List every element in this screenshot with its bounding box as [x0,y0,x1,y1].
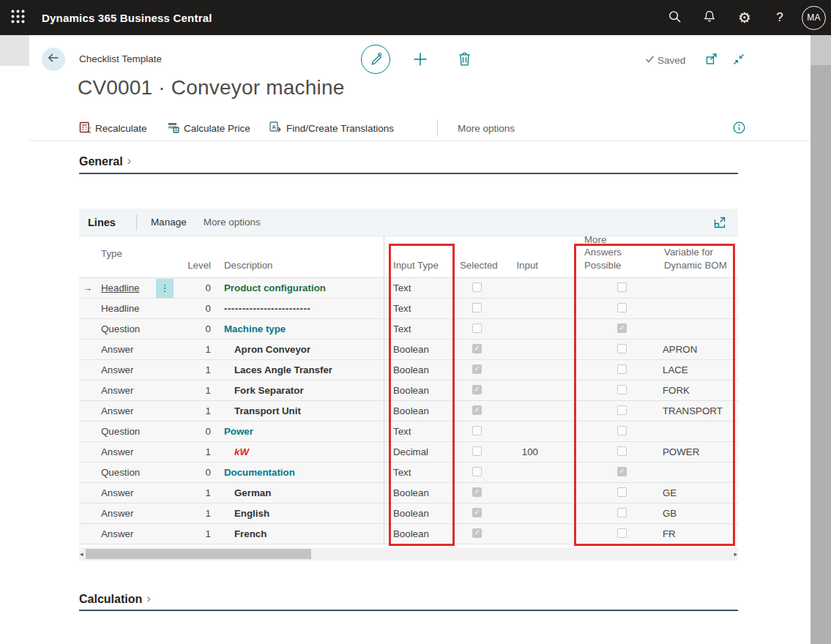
column-header-selected[interactable]: Selected [455,259,510,272]
cell-variable-bom[interactable]: FORK [649,385,738,396]
table-row[interactable]: Question0DocumentationText [79,463,738,483]
type-link[interactable]: Answer [101,508,133,519]
recalculate-action[interactable]: Recalculate [79,121,147,135]
more-answers-checkbox[interactable] [617,508,627,517]
selected-checkbox[interactable] [472,508,482,517]
cell-description[interactable]: Apron Conveyor [212,344,389,355]
cell-description[interactable]: Product configuration [212,282,389,293]
focus-mode-button[interactable] [713,216,726,232]
cell-variable-bom[interactable]: TRANSPORT [649,405,738,416]
table-row[interactable]: Answer1GermanBooleanGE [79,483,738,503]
back-button[interactable] [42,48,65,71]
type-link[interactable]: Answer [101,385,133,396]
cell-level[interactable]: 1 [176,508,212,519]
type-link[interactable]: Answer [101,364,133,375]
vertical-scrollbar[interactable] [810,35,831,644]
cell-input-type[interactable]: Boolean [389,528,455,539]
cell-description[interactable]: ------------------------ [212,303,389,314]
cell-description[interactable]: kW [212,446,389,457]
cell-level[interactable]: 1 [176,364,212,375]
cell-description[interactable]: Documentation [212,467,389,478]
cell-level[interactable]: 1 [176,528,212,539]
table-row[interactable]: Answer1Apron ConveyorBooleanAPRON [79,340,738,360]
cell-level[interactable]: 0 [176,303,212,314]
more-answers-checkbox[interactable] [617,344,627,353]
cell-type[interactable]: Answer [98,442,176,462]
cell-variable-bom[interactable]: FR [649,528,738,539]
cell-description[interactable]: German [212,487,389,498]
type-link[interactable]: Answer [101,405,133,416]
calculation-section-toggle[interactable]: Calculation › [79,593,151,606]
cell-type[interactable]: Question [98,319,176,339]
calculate-price-action[interactable]: Calculate Price [168,121,250,135]
cell-variable-bom[interactable]: POWER [649,446,738,457]
vertical-scrollbar-thumb[interactable] [810,65,831,644]
horizontal-scrollbar-thumb[interactable] [86,549,311,559]
cell-type[interactable]: Answer [98,360,176,380]
horizontal-scrollbar[interactable]: ◂ ▸ [79,547,738,561]
cell-variable-bom[interactable]: GB [649,508,738,519]
scroll-left-arrow[interactable]: ◂ [80,550,83,558]
more-answers-checkbox[interactable] [617,467,627,476]
minimize-button[interactable] [732,53,745,69]
cell-variable-bom[interactable]: LACE [649,364,738,375]
column-header-variable-bom[interactable]: Variable for Dynamic BOM [649,246,738,272]
row-menu-button[interactable]: ⋮ [156,279,174,298]
cell-description[interactable]: Laces Angle Transfer [212,364,389,375]
cell-type[interactable]: Answer [98,340,176,359]
cell-input-type[interactable]: Boolean [389,487,455,498]
cell-level[interactable]: 1 [176,385,212,396]
type-link[interactable]: Question [101,323,140,334]
cell-input-type[interactable]: Boolean [389,344,455,355]
table-row[interactable]: Question0PowerText [79,422,738,442]
column-header-input[interactable]: Input [510,259,572,272]
more-answers-checkbox[interactable] [617,323,627,333]
cell-input-type[interactable]: Boolean [389,385,455,396]
cell-level[interactable]: 1 [176,446,212,457]
type-link[interactable]: Headline [101,303,140,314]
type-link[interactable]: Question [101,426,140,437]
help-button[interactable]: ? [762,0,797,35]
app-launcher-button[interactable] [0,0,35,35]
manage-menu[interactable]: Manage [151,217,187,228]
cell-variable-bom[interactable]: APRON [649,344,738,355]
type-link[interactable]: Question [101,467,140,478]
cell-type[interactable]: Answer [98,503,176,523]
cell-level[interactable]: 0 [176,467,212,478]
selected-checkbox[interactable] [472,446,482,456]
cell-input-type[interactable]: Boolean [389,364,455,375]
lines-more-options-menu[interactable]: More options [204,217,261,228]
cell-type[interactable]: Question [98,463,176,482]
cell-type[interactable]: Headline⋮ [98,278,176,298]
selected-checkbox[interactable] [472,282,482,292]
table-row[interactable]: Answer1EnglishBooleanGB [79,503,738,524]
notifications-button[interactable] [692,0,727,35]
type-link[interactable]: Answer [101,528,133,539]
more-answers-checkbox[interactable] [617,446,627,456]
general-section-toggle[interactable]: General › [79,155,131,168]
cell-type[interactable]: Headline [98,299,176,318]
selected-checkbox[interactable] [472,344,482,353]
more-answers-checkbox[interactable] [617,303,627,312]
cell-input-type[interactable]: Text [389,303,455,314]
cell-type[interactable]: Question [98,422,176,441]
cell-input-type[interactable]: Boolean [389,405,455,416]
cell-level[interactable]: 0 [176,426,212,437]
more-answers-checkbox[interactable] [617,487,627,497]
table-row[interactable]: Answer1Transport UnitBooleanTRANSPORT [79,401,738,422]
selected-checkbox[interactable] [472,364,482,374]
table-row[interactable]: →Headline⋮0Product configurationText [79,278,738,299]
selected-checkbox[interactable] [472,405,482,415]
avatar[interactable]: MA [802,6,826,30]
scroll-right-arrow[interactable]: ▸ [734,550,737,558]
more-answers-checkbox[interactable] [617,405,627,415]
cell-level[interactable]: 1 [176,487,212,498]
table-row[interactable]: Answer1Fork SeparatorBooleanFORK [79,381,738,401]
cell-type[interactable]: Answer [98,524,176,544]
cell-input-type[interactable]: Decimal [389,446,455,457]
selected-checkbox[interactable] [472,528,482,538]
settings-button[interactable]: ⚙ [727,0,762,35]
cell-input[interactable]: 100 [510,446,572,457]
delete-button[interactable] [458,51,472,67]
cell-input-type[interactable]: Text [389,426,455,437]
